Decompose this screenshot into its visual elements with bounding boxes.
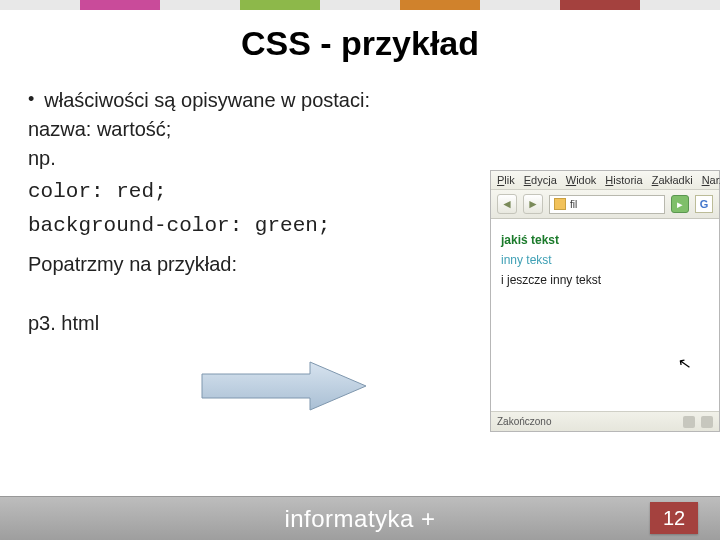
browser-menubar: Plik Edycja Widok Historia Zakładki Narz… — [491, 171, 719, 190]
browser-window: Plik Edycja Widok Historia Zakładki Narz… — [490, 170, 720, 432]
menu-tools[interactable]: Narzędzia — [702, 174, 720, 186]
browser-statusbar: Zakończono — [491, 411, 719, 431]
status-icon-1 — [683, 416, 695, 428]
example-text-3: i jeszcze inny tekst — [501, 273, 709, 287]
example-text-1: jakiś tekst — [501, 233, 709, 247]
status-icon-2 — [701, 416, 713, 428]
example-text-2: inny tekst — [501, 253, 709, 267]
top-stripe-bar — [0, 0, 720, 10]
menu-history[interactable]: Historia — [605, 174, 642, 186]
bullet-dot: • — [28, 87, 34, 111]
property-format: nazwa: wartość; — [28, 116, 692, 143]
address-bar[interactable]: fil — [549, 195, 665, 214]
forward-button[interactable]: ► — [523, 194, 543, 214]
footer-brand: informatyka + — [284, 505, 435, 533]
menu-view[interactable]: Widok — [566, 174, 597, 186]
slide-footer: informatyka + — [0, 496, 720, 540]
menu-edit[interactable]: Edycja — [524, 174, 557, 186]
bullet-text: właściwości są opisywane w postaci: — [44, 87, 370, 114]
go-button[interactable]: ▸ — [671, 195, 689, 213]
search-engine-icon[interactable]: G — [695, 195, 713, 213]
status-text: Zakończono — [497, 416, 551, 427]
slide-title: CSS - przykład — [0, 24, 720, 63]
browser-viewport: jakiś tekst inny tekst i jeszcze inny te… — [491, 219, 719, 407]
arrow-icon — [200, 358, 370, 414]
cursor-icon: ↖ — [676, 353, 692, 374]
back-button[interactable]: ◄ — [497, 194, 517, 214]
browser-toolbar: ◄ ► fil ▸ G — [491, 190, 719, 219]
example-label: np. — [28, 145, 692, 172]
svg-marker-0 — [202, 362, 366, 410]
address-text: fil — [570, 199, 577, 210]
menu-file[interactable]: Plik — [497, 174, 515, 186]
page-icon — [554, 198, 566, 210]
menu-bookmarks[interactable]: Zakładki — [652, 174, 693, 186]
page-number: 12 — [650, 502, 698, 534]
